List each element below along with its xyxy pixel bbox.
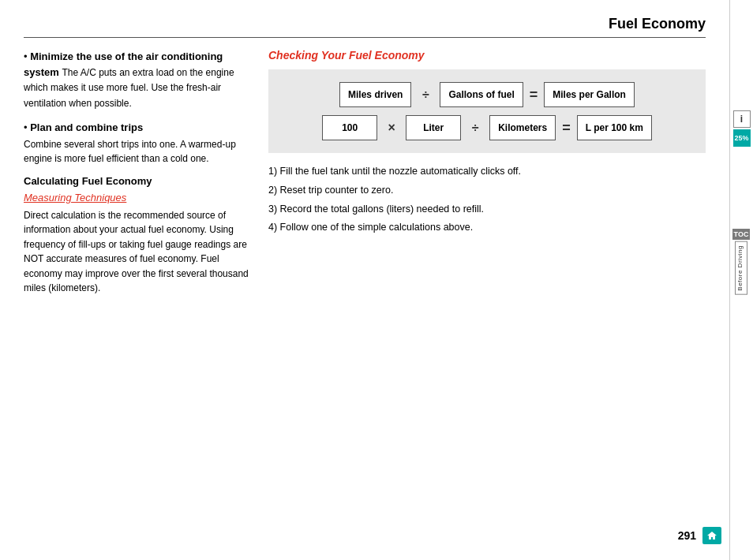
home-icon[interactable] (702, 527, 721, 544)
multiply-op: × (384, 121, 399, 135)
before-driving-label[interactable]: Before Driving (735, 241, 747, 295)
bookmark-icon[interactable]: 25% (733, 129, 751, 147)
kilometers-cell: Kilometers (489, 115, 556, 140)
toc-section: TOC Before Driving (729, 229, 753, 295)
right-column: Checking Your Fuel Economy Miles driven … (268, 49, 706, 296)
step-2: 2) Reset trip counter to zero. (268, 183, 706, 198)
step-3: 3) Record the total gallons (liters) nee… (268, 202, 706, 217)
step-4: 4) Follow one of the simple calculations… (268, 220, 706, 235)
checking-title: Checking Your Fuel Economy (268, 49, 706, 62)
calculating-section-title: Calculating Fuel Economy (24, 175, 253, 187)
bullet-text-trips: Combine several short trips into one. A … (24, 137, 253, 166)
main-content: Fuel Economy • Minimize the use of the a… (0, 0, 729, 560)
bullet-marker2: • (24, 121, 30, 133)
bullet-item-ac: • Minimize the use of the air conditioni… (24, 49, 253, 110)
formula-row-2: 100 × Liter ÷ Kilometers = L per 100 km (278, 115, 696, 140)
bottom-bar: 291 (678, 527, 721, 544)
formula-box: Miles driven ÷ Gallons of fuel = Miles p… (268, 69, 706, 153)
measuring-body-text: Direct calculation is the recommended so… (24, 208, 253, 297)
two-column-layout: • Minimize the use of the air conditioni… (24, 49, 706, 296)
bullet-title-trips: Plan and combine trips (30, 121, 143, 133)
bullet-item-trips: • Plan and combine trips Combine several… (24, 120, 253, 166)
page-title: Fuel Economy (609, 16, 706, 32)
l-per-100km-cell: L per 100 km (577, 115, 652, 140)
info-icon[interactable]: i (733, 110, 751, 128)
page-number: 291 (678, 529, 696, 542)
equals-op-1: = (530, 87, 538, 103)
equals-op-2: = (562, 120, 571, 136)
divide-op-1: ÷ (418, 88, 433, 102)
formula-row-1: Miles driven ÷ Gallons of fuel = Miles p… (278, 82, 696, 107)
hundred-cell: 100 (322, 115, 377, 140)
measuring-techniques-title: Measuring Techniques (24, 192, 253, 203)
divide-op-2: ÷ (467, 121, 483, 135)
miles-driven-cell: Miles driven (339, 82, 411, 107)
gallons-fuel-cell: Gallons of fuel (440, 82, 523, 107)
step-1: 1) Fill the fuel tank until the nozzle a… (268, 164, 706, 179)
page-title-bar: Fuel Economy (24, 16, 706, 38)
toc-label[interactable]: TOC (732, 229, 750, 240)
liter-cell: Liter (406, 115, 461, 140)
left-column: • Minimize the use of the air conditioni… (24, 49, 253, 296)
bullet-marker: • (24, 50, 30, 62)
steps-list: 1) Fill the fuel tank until the nozzle a… (268, 164, 706, 235)
miles-per-gallon-cell: Miles per Gallon (544, 82, 635, 107)
